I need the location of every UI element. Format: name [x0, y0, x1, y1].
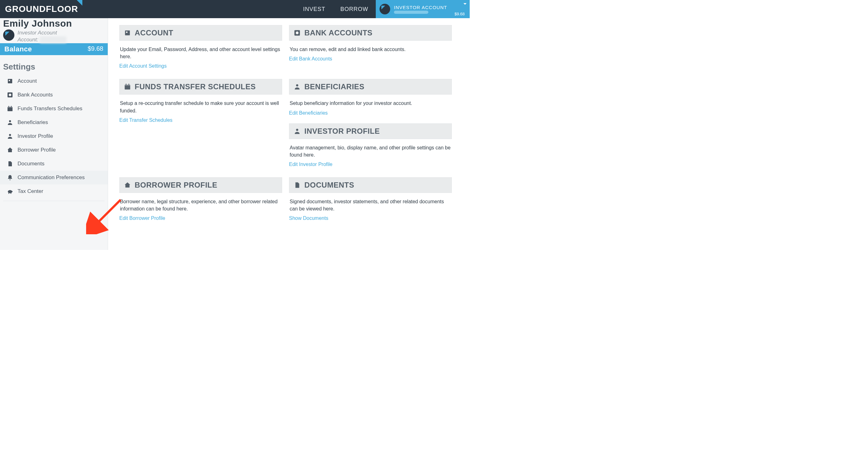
- card-desc: Signed documents, investor statements, a…: [289, 193, 452, 215]
- main-content: ACCOUNT Update your Email, Password, Add…: [108, 18, 470, 250]
- person-icon: [7, 119, 13, 126]
- link-edit-borrower-profile[interactable]: Edit Borrower Profile: [119, 215, 165, 227]
- link-edit-beneficiaries[interactable]: Edit Beneficiaries: [289, 110, 328, 122]
- sidebar-item-account[interactable]: Account: [0, 74, 108, 88]
- sidebar-item-investor-profile[interactable]: Investor Profile: [0, 129, 108, 143]
- brand-triangle-icon: [77, 0, 82, 6]
- avatar-icon: [379, 4, 390, 14]
- sidebar-item-label: Bank Accounts: [18, 92, 53, 98]
- link-show-documents[interactable]: Show Documents: [289, 215, 328, 227]
- card-desc: You can remove, edit and add linked bank…: [289, 41, 452, 56]
- profile-name: Emily Johnson: [0, 18, 108, 29]
- sidebar-item-beneficiaries[interactable]: Beneficiaries: [0, 116, 108, 129]
- sidebar-item-label: Communication Preferences: [18, 175, 85, 181]
- card-account: ACCOUNT Update your Email, Password, Add…: [119, 25, 282, 74]
- person-icon: [294, 128, 301, 135]
- profile-meta: Investor Account Account:: [18, 29, 66, 43]
- top-nav: GROUNDFLOOR INVEST BORROW INVESTOR ACCOU…: [0, 0, 470, 18]
- link-edit-account-settings[interactable]: Edit Account Settings: [119, 63, 166, 74]
- sidebar-item-label: Beneficiaries: [18, 119, 48, 126]
- sidebar: Emily Johnson Investor Account Account: …: [0, 18, 108, 250]
- person-icon: [7, 133, 13, 140]
- sidebar-item-label: Funds Transfers Schedules: [18, 105, 82, 112]
- balance-amount: $9.68: [88, 45, 103, 53]
- sidebar-item-documents[interactable]: Documents: [0, 157, 108, 171]
- balance-bar[interactable]: Balance $9.68: [0, 43, 108, 55]
- card-beneficiaries: BENEFICIARIES Setup beneficiary informat…: [289, 79, 452, 121]
- account-pill-balance: $9.68: [454, 11, 465, 16]
- sidebar-item-funds-schedules[interactable]: Funds Transfers Schedules: [0, 102, 108, 116]
- card-investor-profile: INVESTOR PROFILE Avatar management, bio,…: [289, 123, 452, 173]
- avatar-icon: [3, 29, 14, 41]
- bell-icon: [7, 175, 13, 181]
- card-documents: DOCUMENTS Signed documents, investor sta…: [289, 177, 452, 227]
- person-icon: [294, 83, 301, 90]
- card-title: BORROWER PROFILE: [135, 181, 217, 189]
- card-title: ACCOUNT: [135, 29, 174, 37]
- sidebar-item-label: Investor Profile: [18, 133, 53, 140]
- profile-account-number-redacted: [40, 36, 66, 43]
- home-icon: [7, 147, 13, 153]
- profile-account-label: Account:: [18, 37, 38, 42]
- brand-text: GROUNDFLOOR: [5, 4, 78, 14]
- nav-invest[interactable]: INVEST: [296, 0, 333, 18]
- card-desc: Borrower name, legal structure, experien…: [119, 193, 282, 215]
- card-desc: Setup beneficiary information for your i…: [289, 95, 452, 110]
- link-edit-investor-profile[interactable]: Edit Investor Profile: [289, 161, 333, 173]
- sidebar-item-borrower-profile[interactable]: Borrower Profile: [0, 143, 108, 157]
- piggy-icon: [7, 188, 13, 194]
- card-desc: Setup a re-occuring transfer schedule to…: [119, 95, 282, 117]
- sidebar-item-tax-center[interactable]: Tax Center: [0, 184, 108, 198]
- account-pill-redacted: [394, 11, 428, 14]
- card-title: FUNDS TRANSFER SCHEDULES: [135, 82, 256, 91]
- card-funds-transfer-schedules: FUNDS TRANSFER SCHEDULES Setup a re-occu…: [119, 79, 282, 128]
- link-edit-bank-accounts[interactable]: Edit Bank Accounts: [289, 56, 332, 67]
- brand-logo[interactable]: GROUNDFLOOR: [0, 0, 83, 18]
- sidebar-item-label: Tax Center: [18, 188, 43, 194]
- card-title: BENEFICIARIES: [304, 82, 365, 91]
- calendar-icon: [124, 83, 131, 90]
- card-borrower-profile: BORROWER PROFILE Borrower name, legal st…: [119, 177, 282, 227]
- profile-type: Investor Account: [18, 29, 66, 36]
- sidebar-item-label: Account: [18, 78, 37, 84]
- link-edit-transfer-schedules[interactable]: Edit Transfer Schedules: [119, 117, 173, 129]
- sidebar-separator: [3, 201, 104, 201]
- nav-borrow[interactable]: BORROW: [333, 0, 376, 18]
- card-desc: Update your Email, Password, Address, an…: [119, 41, 282, 63]
- sidebar-item-label: Documents: [18, 161, 44, 167]
- balance-label: Balance: [4, 45, 32, 53]
- chevron-down-icon: [463, 3, 467, 5]
- bank-icon: [294, 29, 301, 36]
- sidebar-item-communication-preferences[interactable]: Communication Preferences: [0, 171, 108, 184]
- card-bank-accounts: BANK ACCOUNTS You can remove, edit and a…: [289, 25, 452, 67]
- doc-icon: [7, 161, 13, 167]
- account-pill-title: INVESTOR ACCOUNT: [394, 5, 447, 10]
- sidebar-item-bank-accounts[interactable]: Bank Accounts: [0, 88, 108, 102]
- card-title: BANK ACCOUNTS: [304, 29, 373, 37]
- card-title: DOCUMENTS: [304, 181, 354, 189]
- home-icon: [124, 182, 131, 188]
- account-icon: [124, 29, 131, 36]
- sidebar-item-label: Borrower Profile: [18, 147, 56, 153]
- calendar-icon: [7, 105, 13, 112]
- account-dropdown[interactable]: INVESTOR ACCOUNT $9.68: [376, 0, 470, 18]
- account-icon: [7, 78, 13, 84]
- doc-icon: [294, 182, 301, 188]
- card-title: INVESTOR PROFILE: [304, 127, 380, 135]
- card-desc: Avatar management, bio, display name, an…: [289, 139, 452, 161]
- bank-icon: [7, 92, 13, 98]
- sidebar-list: Account Bank Accounts Funds Transfers Sc…: [0, 74, 108, 198]
- sidebar-section-title: Settings: [0, 55, 108, 74]
